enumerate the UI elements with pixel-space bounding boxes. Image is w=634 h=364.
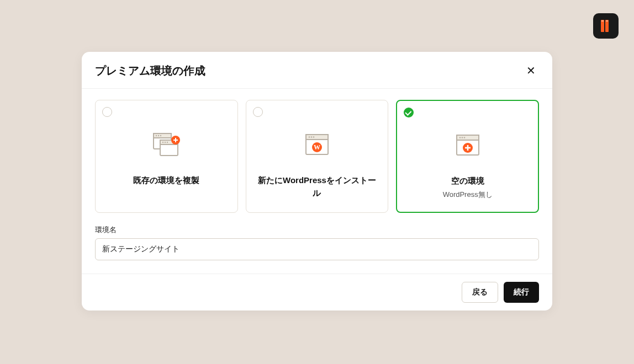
option-empty-environment[interactable]: 空の環境 WordPress無し: [396, 100, 539, 213]
svg-point-8: [160, 135, 161, 136]
svg-point-12: [165, 142, 166, 143]
close-button[interactable]: ✕: [523, 63, 539, 78]
svg-point-26: [459, 137, 461, 138]
svg-point-28: [463, 137, 465, 138]
app-badge-icon: [593, 13, 619, 39]
svg-point-27: [461, 137, 463, 138]
clone-icon: [152, 131, 180, 159]
svg-text:W: W: [314, 143, 320, 151]
back-button[interactable]: 戻る: [462, 282, 498, 303]
modal-footer: 戻る 続行: [82, 274, 552, 311]
create-environment-modal: プレミアム環境の作成 ✕: [82, 52, 552, 311]
svg-rect-31: [465, 147, 471, 149]
svg-point-21: [313, 136, 315, 138]
empty-env-icon: [456, 132, 480, 159]
env-name-label: 環境名: [95, 225, 539, 235]
svg-point-11: [162, 142, 163, 143]
svg-rect-3: [606, 20, 608, 22]
radio-unchecked-icon: [102, 107, 112, 117]
option-clone-existing[interactable]: 既存の環境を複製: [95, 100, 238, 213]
svg-point-19: [309, 136, 310, 138]
modal-body: 既存の環境を複製 W 新たにWordPressをインストール: [82, 89, 552, 274]
wordpress-icon: W: [305, 131, 329, 159]
svg-point-6: [156, 135, 157, 136]
svg-rect-1: [605, 20, 609, 32]
radio-unchecked-icon: [253, 107, 263, 117]
option-title: 空の環境: [451, 175, 484, 188]
option-title: 既存の環境を複製: [133, 174, 199, 187]
close-icon: ✕: [526, 65, 536, 77]
env-name-input[interactable]: [95, 238, 539, 260]
svg-point-13: [167, 142, 168, 143]
environment-options: 既存の環境を複製 W 新たにWordPressをインストール: [95, 100, 539, 213]
option-install-wordpress[interactable]: W 新たにWordPressをインストール: [246, 100, 389, 213]
radio-checked-icon: [404, 108, 414, 117]
option-subtitle: WordPress無し: [443, 190, 493, 200]
modal-header: プレミアム環境の作成 ✕: [82, 52, 552, 89]
modal-title: プレミアム環境の作成: [95, 63, 205, 78]
option-title: 新たにWordPressをインストール: [254, 174, 381, 199]
svg-rect-16: [173, 140, 178, 141]
svg-rect-0: [601, 20, 604, 32]
svg-point-20: [311, 136, 313, 138]
svg-point-7: [158, 135, 159, 136]
continue-button[interactable]: 続行: [504, 282, 539, 303]
svg-rect-2: [601, 20, 604, 22]
